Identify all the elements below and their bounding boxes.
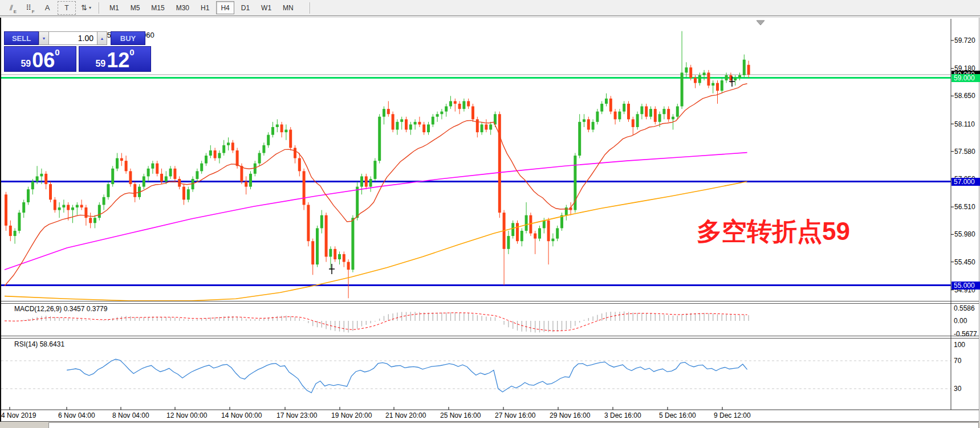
timeframe-M1[interactable]: M1 bbox=[105, 1, 124, 14]
ask-sup: 0 bbox=[129, 48, 134, 56]
rsi-scale-label: 70 bbox=[954, 357, 961, 365]
price-axis-label: 55.980 bbox=[954, 230, 975, 238]
sell-button[interactable]: SELL bbox=[4, 31, 39, 45]
timeframe-M5[interactable]: M5 bbox=[126, 1, 145, 14]
date-axis-label: 9 Dec 12:00 bbox=[714, 411, 751, 419]
buy-button[interactable]: BUY bbox=[111, 31, 145, 45]
timeframe-D1[interactable]: D1 bbox=[237, 1, 254, 14]
date-axis-label: 4 Nov 2019 bbox=[1, 411, 36, 419]
bid-sup: 0 bbox=[55, 48, 59, 56]
price-axis-label: 59.720 bbox=[954, 36, 975, 44]
date-axis-label: 21 Nov 20:00 bbox=[385, 411, 426, 419]
grid-icon[interactable]: ⠿F bbox=[23, 2, 37, 14]
text-box-icon[interactable]: T bbox=[58, 1, 76, 15]
date-axis-label: 6 Nov 04:00 bbox=[58, 411, 95, 419]
timeframe-MN[interactable]: MN bbox=[278, 1, 298, 14]
timeframe-H4[interactable]: H4 bbox=[216, 1, 234, 14]
ask-main: 12 bbox=[107, 52, 129, 70]
price-axis-label: 55.450 bbox=[954, 258, 975, 266]
terminal-edge bbox=[48, 422, 979, 428]
indicators-icon[interactable]: ⫽E bbox=[6, 2, 20, 14]
macd-scale-label: -0.5677 bbox=[954, 330, 977, 338]
toolbar-separator bbox=[310, 2, 311, 14]
timeframe-W1[interactable]: W1 bbox=[257, 1, 276, 14]
date-axis-label: 17 Nov 23:00 bbox=[276, 411, 317, 419]
toolbar-separator bbox=[99, 2, 100, 14]
timeframe-M30[interactable]: M30 bbox=[172, 1, 194, 14]
arrows-icon[interactable]: ⇅▾ bbox=[79, 2, 93, 14]
rsi-scale-label: 100 bbox=[954, 341, 965, 349]
macd-scale-label: 0.00 bbox=[954, 317, 967, 325]
price-badge: 57.000 bbox=[951, 178, 980, 186]
price-axis-label: 58.110 bbox=[954, 120, 975, 128]
rsi-scale-label: 30 bbox=[954, 385, 961, 393]
price-badge: 55.000 bbox=[951, 282, 980, 290]
bid-prefix: 59 bbox=[21, 59, 31, 68]
date-axis-label: 14 Nov 00:00 bbox=[221, 411, 262, 419]
date-axis-label: 3 Dec 16:00 bbox=[604, 411, 641, 419]
timeframe-M15[interactable]: M15 bbox=[147, 1, 169, 14]
price-axis-label: 57.580 bbox=[954, 148, 975, 156]
volume-decrease-button[interactable]: ▼ bbox=[39, 31, 49, 45]
date-axis-label: 12 Nov 00:00 bbox=[166, 411, 207, 419]
price-badge: 59.000 bbox=[951, 74, 980, 82]
timeframe-H1[interactable]: H1 bbox=[196, 1, 214, 14]
ask-price-box[interactable]: 59 12 0 bbox=[79, 46, 151, 72]
bid-main: 06 bbox=[32, 52, 55, 70]
date-axis-label: 8 Nov 04:00 bbox=[112, 411, 149, 419]
price-axis-label: 56.510 bbox=[954, 203, 975, 211]
text-label-icon[interactable]: A bbox=[40, 2, 54, 14]
caret-down-icon: ▼ bbox=[42, 36, 46, 40]
toolbar: ⫽E⠿FAT⇅▾M1M5M15M30H1H4D1W1MN bbox=[0, 0, 980, 16]
bottom-tab-strip bbox=[0, 422, 980, 428]
date-axis-label: 25 Nov 16:00 bbox=[440, 411, 481, 419]
volume-increase-button[interactable]: ▲ bbox=[97, 31, 107, 45]
price-axis-label: 58.650 bbox=[954, 92, 975, 100]
ask-prefix: 59 bbox=[95, 59, 105, 68]
date-axis-label: 19 Nov 20:00 bbox=[331, 411, 372, 419]
macd-label: MACD(12,26,9) 0.3457 0.3779 bbox=[14, 305, 107, 313]
macd-scale-label: 0.5586 bbox=[954, 304, 975, 312]
date-axis-label: 27 Nov 16:00 bbox=[495, 411, 535, 419]
bid-price-box[interactable]: 59 06 0 bbox=[4, 46, 76, 72]
window-top-edge bbox=[0, 16, 980, 18]
date-axis-label: 5 Dec 16:00 bbox=[659, 411, 696, 419]
chart-text-annotation[interactable]: 多空转折点59 bbox=[697, 219, 850, 244]
caret-up-icon: ▲ bbox=[100, 36, 104, 40]
trade-panel: SELL ▼ ▲ BUY 59 06 0 59 12 0 bbox=[4, 31, 151, 72]
volume-input[interactable] bbox=[49, 31, 97, 45]
date-axis-label: 29 Nov 16:00 bbox=[550, 411, 590, 419]
rsi-label: RSI(14) 58.6431 bbox=[14, 340, 64, 348]
